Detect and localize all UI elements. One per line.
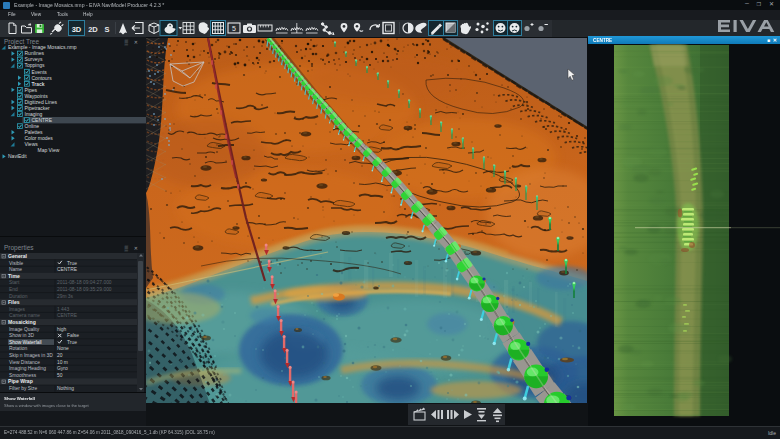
svg-text:NaviEdit: NaviEdit	[8, 153, 27, 159]
svg-text:10 m: 10 m	[57, 360, 68, 365]
svg-text:True: True	[67, 340, 77, 345]
svg-text:Start: Start	[9, 280, 20, 285]
svg-text:Rotation: Rotation	[9, 346, 27, 351]
svg-text:50: 50	[57, 373, 63, 378]
svg-text:True: True	[67, 261, 77, 266]
svg-text:Name: Name	[9, 267, 22, 272]
svg-text:2011-08-18 09:35:29.000: 2011-08-18 09:35:29.000	[57, 287, 112, 292]
svg-text:Mosaicking: Mosaicking	[8, 319, 36, 325]
svg-text:Show Waterfall: Show Waterfall	[9, 340, 42, 345]
svg-text:Skip n Images in 3D: Skip n Images in 3D	[9, 353, 53, 358]
svg-text:View Distance: View Distance	[9, 360, 40, 365]
svg-text:Pipe Wrap: Pipe Wrap	[8, 378, 33, 384]
svg-text:Images: Images	[9, 307, 26, 312]
svg-text:Show in 3D: Show in 3D	[9, 333, 34, 338]
svg-text:Files: Files	[8, 299, 20, 305]
svg-text:Image Quality: Image Quality	[9, 327, 40, 332]
svg-text:Filter by Size: Filter by Size	[9, 386, 38, 391]
svg-text:CENTRE: CENTRE	[57, 267, 78, 272]
svg-text:Smoothness: Smoothness	[9, 373, 37, 378]
svg-text:Map View: Map View	[38, 147, 60, 153]
svg-text:2011-08-18 09:04:27.000: 2011-08-18 09:04:27.000	[57, 280, 112, 285]
svg-text:CENTRE: CENTRE	[57, 313, 78, 318]
svg-text:Gyro: Gyro	[57, 366, 68, 371]
svg-text:General: General	[8, 253, 28, 259]
svg-text:None: None	[57, 346, 69, 351]
svg-text:Views: Views	[25, 141, 39, 147]
svg-text:False: False	[67, 333, 79, 338]
svg-text:Visible: Visible	[9, 261, 24, 266]
svg-text:Time: Time	[8, 273, 20, 279]
svg-text:Duration: Duration	[9, 294, 28, 299]
svg-text:29m 3s: 29m 3s	[57, 294, 74, 299]
svg-text:1 443: 1 443	[57, 307, 70, 312]
svg-text:20: 20	[57, 353, 63, 358]
svg-text:high: high	[57, 327, 67, 332]
svg-text:Nothing: Nothing	[57, 386, 74, 391]
svg-text:End: End	[9, 287, 18, 292]
svg-text:Imaging Heading: Imaging Heading	[9, 366, 46, 371]
svg-text:Camera name: Camera name	[9, 313, 40, 318]
